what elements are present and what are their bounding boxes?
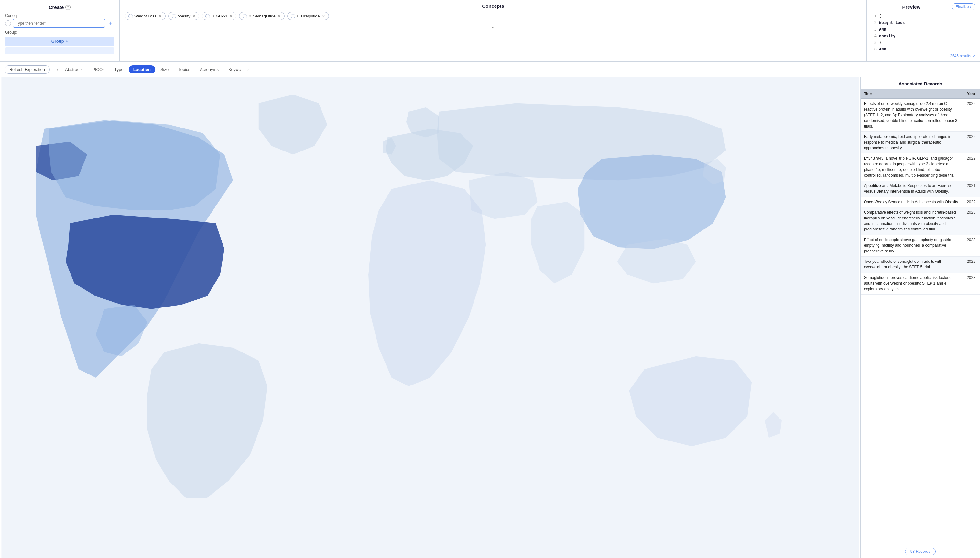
table-row: Semaglutide improves cardiometabolic ris…	[861, 272, 980, 294]
tab-size[interactable]: Size	[156, 66, 173, 74]
world-map-svg	[0, 77, 861, 558]
tag-label: Liraglutide	[301, 14, 320, 18]
table-row: Comparative effects of weight loss and i…	[861, 207, 980, 235]
tab-type[interactable]: Type	[110, 66, 128, 74]
create-info-icon[interactable]: ?	[65, 5, 70, 10]
tab-nav-left[interactable]: ‹	[55, 66, 61, 74]
record-year-cell: 2022	[962, 256, 980, 272]
preview-line-1: 1 (	[871, 13, 975, 20]
concepts-chevron-down[interactable]: ⌄	[125, 23, 861, 30]
table-row: LY3437943, a novel triple GIP, GLP-1, an…	[861, 153, 980, 181]
tag-gear-icon: ⚙	[211, 14, 214, 18]
line-content: obesity	[879, 33, 896, 39]
record-year-cell: 2023	[962, 235, 980, 256]
concept-tag-5: ⚙ Liraglutide ✕	[287, 12, 329, 20]
concept-input[interactable]	[13, 19, 105, 28]
concepts-title: Concepts	[125, 3, 861, 9]
tab-abstracts[interactable]: Abstracts	[61, 66, 87, 74]
preview-line-5: 5 )	[871, 39, 975, 46]
line-number: 5	[871, 39, 877, 46]
group-inner-area	[5, 47, 114, 54]
records-footer: 93 Records	[861, 545, 980, 558]
record-title-cell: Effects of once-weekly semaglutide 2.4 m…	[861, 99, 962, 132]
create-title: Create ?	[5, 5, 114, 10]
record-title-cell: Once-Weekly Semaglutide in Adolescents w…	[861, 197, 962, 207]
preview-line-6: 6 AND	[871, 46, 975, 53]
line-number: 2	[871, 20, 877, 26]
record-title-cell: Early metabolomic, lipid and lipoprotein…	[861, 132, 962, 153]
tab-keywords[interactable]: Keywc	[224, 66, 245, 74]
record-title-cell: Semaglutide improves cardiometabolic ris…	[861, 272, 962, 294]
tag-close-button[interactable]: ✕	[192, 13, 196, 18]
records-count-button[interactable]: 93 Records	[905, 548, 936, 555]
record-year-cell: 2023	[962, 272, 980, 294]
line-number: 1	[871, 13, 877, 20]
concept-circle-icon	[5, 20, 11, 26]
preview-line-3: 3 AND	[871, 26, 975, 33]
tag-circle-icon	[172, 14, 176, 18]
record-year-cell: 2023	[962, 207, 980, 235]
results-external-icon: ↗	[972, 54, 975, 58]
concepts-panel: Concepts Weight Loss ✕ obesity ✕ ⚙ GLP-1…	[119, 0, 867, 61]
tag-gear-icon: ⚙	[296, 14, 300, 18]
concept-tag-2: obesity ✕	[168, 12, 200, 20]
group-button-label: Group	[51, 39, 64, 44]
record-year-cell: 2022	[962, 197, 980, 207]
table-row: Effects of once-weekly semaglutide 2.4 m…	[861, 99, 980, 132]
preview-code-block: 1 ( 2 Weight Loss 3 AND 4 obesity 5 ) 6 …	[871, 13, 975, 53]
record-title-cell: LY3437943, a novel triple GIP, GLP-1, an…	[861, 153, 962, 181]
tag-circle-icon	[128, 14, 133, 18]
record-title-cell: Comparative effects of weight loss and i…	[861, 207, 962, 235]
tab-acronyms[interactable]: Acronyms	[195, 66, 223, 74]
refresh-exploration-button[interactable]: Refresh Exploration	[5, 66, 50, 74]
record-year-cell: 2022	[962, 132, 980, 153]
line-content: AND	[879, 46, 886, 53]
concept-label: Concept:	[5, 13, 114, 18]
finalize-arrow: ›	[970, 5, 971, 9]
tab-topics[interactable]: Topics	[174, 66, 195, 74]
map-area	[0, 77, 861, 558]
records-title: Associated Records	[861, 77, 980, 89]
table-row: Once-Weekly Semaglutide in Adolescents w…	[861, 197, 980, 207]
create-panel: Create ? Concept: + Group: Group +	[0, 0, 119, 61]
group-button[interactable]: Group +	[5, 36, 114, 46]
results-count: 2545 results	[950, 54, 971, 58]
tag-circle-icon	[205, 14, 210, 18]
finalize-button[interactable]: Finalize ›	[952, 3, 975, 10]
table-row: Effect of endoscopic sleeve gastroplasty…	[861, 235, 980, 256]
table-row: Two-year effects of semaglutide in adult…	[861, 256, 980, 272]
tab-nav-right[interactable]: ›	[245, 66, 251, 74]
tag-circle-icon	[291, 14, 295, 18]
record-year-cell: 2021	[962, 181, 980, 197]
tag-label: GLP-1	[216, 14, 227, 18]
concepts-tags-container: Weight Loss ✕ obesity ✕ ⚙ GLP-1 ✕ ⚙ Sema…	[125, 12, 861, 20]
results-link[interactable]: 2545 results ↗	[871, 54, 975, 58]
tag-close-button[interactable]: ✕	[322, 13, 326, 18]
record-year-cell: 2022	[962, 99, 980, 132]
preview-title: Preview	[871, 4, 952, 10]
add-concept-button[interactable]: +	[107, 20, 114, 27]
toolbar-row: Refresh Exploration ‹ AbstractsPICOsType…	[0, 62, 980, 77]
tab-picos[interactable]: PICOs	[88, 66, 109, 74]
records-table: Title Year Effects of once-weekly semagl…	[861, 89, 980, 295]
preview-line-4: 4 obesity	[871, 33, 975, 39]
group-label: Group:	[5, 30, 114, 34]
tabs-container: AbstractsPICOsTypeLocationSizeTopicsAcro…	[61, 66, 245, 74]
line-content: Weight Loss	[879, 20, 905, 26]
preview-line-2: 2 Weight Loss	[871, 20, 975, 26]
tag-gear-icon: ⚙	[249, 14, 252, 18]
tag-close-button[interactable]: ✕	[159, 13, 162, 18]
record-title-cell: Two-year effects of semaglutide in adult…	[861, 256, 962, 272]
record-year-cell: 2022	[962, 153, 980, 181]
tag-close-button[interactable]: ✕	[229, 13, 233, 18]
line-content: AND	[879, 26, 886, 33]
concept-tag-3: ⚙ GLP-1 ✕	[202, 12, 236, 20]
table-row: Appetitive and Metabolic Responses to an…	[861, 181, 980, 197]
tag-close-button[interactable]: ✕	[278, 13, 281, 18]
records-panel: Associated Records Title Year Effects of…	[861, 77, 980, 558]
tab-location[interactable]: Location	[129, 66, 155, 74]
record-title-cell: Effect of endoscopic sleeve gastroplasty…	[861, 235, 962, 256]
table-row: Early metabolomic, lipid and lipoprotein…	[861, 132, 980, 153]
records-table-container: Title Year Effects of once-weekly semagl…	[861, 89, 980, 545]
record-title-cell: Appetitive and Metabolic Responses to an…	[861, 181, 962, 197]
